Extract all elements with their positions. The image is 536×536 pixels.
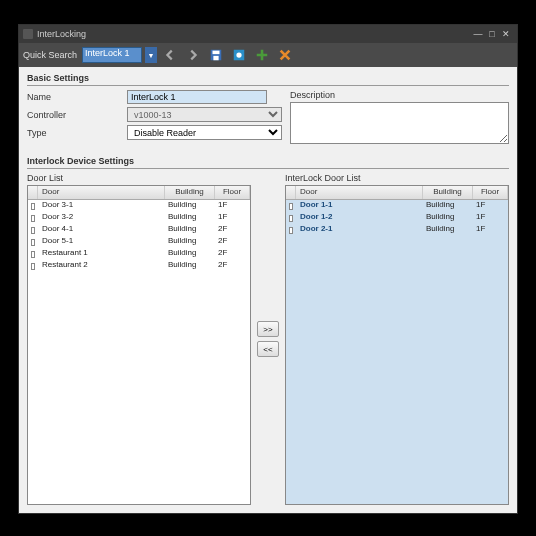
cell-building: Building — [423, 212, 473, 224]
row-checkbox[interactable] — [289, 227, 293, 234]
maximize-button[interactable]: □ — [485, 28, 499, 40]
window-title: InterLocking — [37, 29, 86, 39]
cell-floor: 2F — [215, 236, 250, 248]
cell-door: Door 3-2 — [38, 212, 165, 224]
svg-point-4 — [236, 52, 241, 57]
col-door[interactable]: Door — [296, 186, 423, 199]
name-input[interactable] — [127, 90, 267, 104]
table-row[interactable]: Door 2-1Building1F — [286, 224, 508, 236]
content-area: Basic Settings Name Controller v1000-13 … — [19, 67, 517, 513]
titlebar: InterLocking — □ ✕ — [19, 25, 517, 43]
row-checkbox[interactable] — [31, 251, 35, 258]
toolbar: Quick Search InterLock 1 ▼ — [19, 43, 517, 67]
quick-search-dropdown-icon[interactable]: ▼ — [145, 47, 157, 63]
quick-search-select[interactable]: InterLock 1 — [82, 47, 142, 63]
nav-back-button[interactable] — [160, 46, 180, 64]
interlock-door-list-table: Door Building Floor Door 1-1Building1FDo… — [285, 185, 509, 505]
settings-button[interactable] — [229, 46, 249, 64]
cell-door: Restaurant 1 — [38, 248, 165, 260]
delete-button[interactable] — [275, 46, 295, 64]
door-list-table: Door Building Floor Door 3-1Building1FDo… — [27, 185, 251, 505]
nav-forward-button[interactable] — [183, 46, 203, 64]
controller-label: Controller — [27, 110, 127, 120]
door-list-header: Door Building Floor — [28, 186, 250, 200]
cell-floor: 1F — [215, 200, 250, 212]
table-row[interactable]: Door 1-1Building1F — [286, 200, 508, 212]
cell-building: Building — [165, 248, 215, 260]
description-input[interactable] — [290, 102, 509, 144]
close-button[interactable]: ✕ — [499, 28, 513, 40]
app-icon — [23, 29, 33, 39]
row-checkbox[interactable] — [289, 215, 293, 222]
row-checkbox[interactable] — [31, 215, 35, 222]
cell-building: Building — [165, 200, 215, 212]
row-checkbox[interactable] — [31, 239, 35, 246]
table-row[interactable]: Door 3-2Building1F — [28, 212, 250, 224]
row-checkbox[interactable] — [31, 227, 35, 234]
row-checkbox[interactable] — [31, 263, 35, 270]
cell-door: Door 1-2 — [296, 212, 423, 224]
app-window: InterLocking — □ ✕ Quick Search InterLoc… — [18, 24, 518, 514]
door-list-title: Door List — [27, 173, 251, 183]
interlock-door-list-title: InterLock Door List — [285, 173, 509, 183]
cell-building: Building — [165, 224, 215, 236]
cell-floor: 1F — [473, 212, 508, 224]
cell-building: Building — [165, 260, 215, 272]
table-row[interactable]: Restaurant 1Building2F — [28, 248, 250, 260]
svg-rect-1 — [213, 51, 220, 55]
cell-floor: 2F — [215, 224, 250, 236]
cell-floor: 2F — [215, 260, 250, 272]
col-building[interactable]: Building — [165, 186, 215, 199]
type-select[interactable]: Disable Reader — [127, 125, 282, 140]
cell-door: Door 3-1 — [38, 200, 165, 212]
minimize-button[interactable]: — — [471, 28, 485, 40]
row-checkbox[interactable] — [31, 203, 35, 210]
cell-floor: 1F — [215, 212, 250, 224]
cell-building: Building — [165, 212, 215, 224]
basic-settings-title: Basic Settings — [27, 71, 509, 86]
cell-door: Door 4-1 — [38, 224, 165, 236]
name-label: Name — [27, 92, 127, 102]
add-button[interactable] — [252, 46, 272, 64]
type-label: Type — [27, 128, 127, 138]
col-building[interactable]: Building — [423, 186, 473, 199]
cell-floor: 1F — [473, 200, 508, 212]
svg-rect-2 — [213, 56, 218, 60]
cell-door: Door 1-1 — [296, 200, 423, 212]
description-label: Description — [290, 90, 509, 100]
cell-building: Building — [165, 236, 215, 248]
col-floor[interactable]: Floor — [473, 186, 508, 199]
cell-door: Door 2-1 — [296, 224, 423, 236]
row-checkbox[interactable] — [289, 203, 293, 210]
table-row[interactable]: Door 4-1Building2F — [28, 224, 250, 236]
table-row[interactable]: Door 5-1Building2F — [28, 236, 250, 248]
cell-building: Building — [423, 200, 473, 212]
controller-select[interactable]: v1000-13 — [127, 107, 282, 122]
device-settings-title: Interlock Device Settings — [27, 154, 509, 169]
cell-floor: 1F — [473, 224, 508, 236]
table-row[interactable]: Door 3-1Building1F — [28, 200, 250, 212]
cell-door: Restaurant 2 — [38, 260, 165, 272]
cell-door: Door 5-1 — [38, 236, 165, 248]
col-floor[interactable]: Floor — [215, 186, 250, 199]
table-row[interactable]: Restaurant 2Building2F — [28, 260, 250, 272]
quick-search-label: Quick Search — [23, 50, 77, 60]
transfer-remove-button[interactable]: << — [257, 341, 279, 357]
cell-building: Building — [423, 224, 473, 236]
col-door[interactable]: Door — [38, 186, 165, 199]
cell-floor: 2F — [215, 248, 250, 260]
save-button[interactable] — [206, 46, 226, 64]
interlock-list-header: Door Building Floor — [286, 186, 508, 200]
transfer-add-button[interactable]: >> — [257, 321, 279, 337]
table-row[interactable]: Door 1-2Building1F — [286, 212, 508, 224]
